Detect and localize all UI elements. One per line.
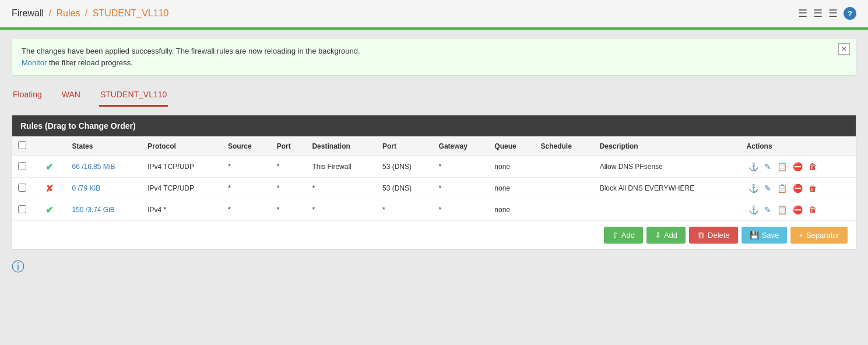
col-actions: Actions	[741, 136, 856, 156]
row2-states[interactable]: 0 /79 KiB	[72, 184, 100, 192]
save-icon: 💾	[750, 231, 759, 240]
breadcrumb-sep1: /	[49, 8, 51, 18]
row3-states[interactable]: 150 /3.74 GiB	[72, 206, 114, 214]
col-source-port: Port	[271, 136, 307, 156]
breadcrumb-active: STUDENT_VL110	[93, 8, 169, 18]
row3-gateway: *	[433, 199, 489, 221]
row1-copy-icon[interactable]: 📋	[775, 161, 789, 172]
alert-message: The changes have been applied successful…	[22, 47, 360, 55]
row1-gateway: *	[433, 156, 489, 178]
row3-schedule	[535, 199, 593, 221]
row3-source-port: *	[271, 199, 307, 221]
main-content: The changes have been applied successful…	[0, 30, 868, 284]
separator-icon: +	[799, 231, 803, 240]
breadcrumb: Firewall / Rules / STUDENT_VL110	[12, 8, 168, 19]
select-all-checkbox[interactable]	[18, 141, 26, 149]
row1-dest-port: 53 (DNS)	[377, 156, 433, 178]
top-icons: ☰ ☰ ☰ ?	[798, 7, 856, 20]
col-source: Source	[222, 136, 271, 156]
breadcrumb-sep2: /	[85, 8, 87, 18]
alert-monitor-link[interactable]: Monitor	[22, 58, 47, 67]
add-down-icon: ⇩	[655, 231, 661, 240]
row3-anchor-icon[interactable]: ⚓	[747, 204, 760, 216]
row3-copy-icon[interactable]: 📋	[775, 204, 789, 216]
save-button[interactable]: 💾 Save	[742, 227, 788, 244]
row3-queue: none	[489, 199, 535, 221]
row2-checkbox[interactable]	[18, 184, 26, 192]
row3-status: ✔	[45, 205, 53, 215]
add-up-button[interactable]: ⇧ Add	[604, 227, 643, 244]
row2-status: ✘	[45, 184, 53, 193]
row1-checkbox[interactable]	[18, 162, 26, 170]
table-row: ✔ 66 /16.85 MiB IPv4 TCP/UDP * * This Fi…	[12, 156, 856, 178]
row1-schedule	[535, 156, 593, 178]
row1-destination: This Firewall	[306, 156, 377, 178]
breadcrumb-firewall: Firewall	[12, 8, 44, 18]
tab-wan[interactable]: WAN	[61, 85, 82, 107]
row2-copy-icon[interactable]: 📋	[775, 182, 789, 194]
col-schedule: Schedule	[535, 136, 593, 156]
row2-source: *	[222, 178, 271, 199]
row3-dest-port: *	[377, 199, 433, 221]
tab-floating[interactable]: Floating	[12, 85, 43, 107]
rules-table-wrapper: Rules (Drag to Change Order) States Prot…	[12, 115, 856, 250]
col-protocol: Protocol	[142, 136, 222, 156]
breadcrumb-rules[interactable]: Rules	[56, 8, 80, 18]
row3-delete-icon[interactable]: 🗑	[807, 204, 818, 216]
row2-schedule	[535, 178, 593, 199]
row2-edit-icon[interactable]: ✎	[762, 182, 773, 194]
row3-source: *	[222, 199, 271, 221]
col-gateway: Gateway	[433, 136, 489, 156]
row1-queue: none	[489, 156, 535, 178]
list-icon[interactable]: ☰	[798, 7, 807, 20]
add-down-button[interactable]: ⇩ Add	[646, 227, 686, 244]
help-icon[interactable]: ?	[844, 7, 856, 20]
col-dest-port: Port	[377, 136, 433, 156]
row1-states[interactable]: 66 /16.85 MiB	[72, 163, 115, 171]
table-row: ✘ 0 /79 KiB IPv4 TCP/UDP * * * 53 (DNS) …	[12, 178, 856, 199]
col-queue: Queue	[489, 136, 535, 156]
row1-source-port: *	[271, 156, 307, 178]
alert-close-button[interactable]: ✕	[838, 43, 850, 55]
tabs: Floating WAN STUDENT_VL110	[12, 85, 856, 107]
top-bar: Firewall / Rules / STUDENT_VL110 ☰ ☰ ☰ ?	[0, 0, 868, 30]
delete-icon: 🗑	[697, 231, 705, 240]
table-row: ✔ 150 /3.74 GiB IPv4 * * * * * * none ⚓ …	[12, 199, 856, 221]
table-icon[interactable]: ☰	[828, 7, 838, 20]
row3-edit-icon[interactable]: ✎	[762, 204, 773, 216]
info-icon[interactable]: ⓘ	[12, 258, 856, 276]
row3-actions: ⚓ ✎ 📋 ⛔ 🗑	[747, 204, 850, 216]
row2-delete-icon[interactable]: 🗑	[807, 182, 818, 194]
add-up-icon: ⇧	[612, 231, 619, 240]
row3-checkbox[interactable]	[18, 205, 26, 213]
row2-source-port: *	[271, 178, 307, 199]
footer-actions: ⇧ Add ⇩ Add 🗑 Delete 💾 Save + Separator	[12, 220, 856, 249]
row2-destination: *	[306, 178, 377, 199]
row3-destination: *	[306, 199, 377, 221]
col-checkbox	[12, 136, 40, 156]
alert-link-suffix: the filter reload progress.	[47, 58, 132, 67]
row2-disable-icon[interactable]: ⛔	[791, 182, 804, 194]
row3-protocol: IPv4 *	[142, 199, 222, 221]
col-status	[40, 136, 66, 156]
tab-student-vl110[interactable]: STUDENT_VL110	[99, 85, 168, 107]
delete-button[interactable]: 🗑 Delete	[689, 227, 738, 244]
row3-disable-icon[interactable]: ⛔	[791, 204, 804, 216]
row1-source: *	[222, 156, 271, 178]
row1-delete-icon[interactable]: 🗑	[807, 161, 818, 172]
row3-description	[594, 199, 741, 221]
row2-anchor-icon[interactable]: ⚓	[747, 182, 760, 194]
row2-protocol: IPv4 TCP/UDP	[142, 178, 222, 199]
row1-edit-icon[interactable]: ✎	[762, 161, 773, 172]
alert-banner: The changes have been applied successful…	[12, 38, 856, 76]
row1-description: Allow DNS PFsense	[594, 156, 741, 178]
chart-icon[interactable]: ☰	[813, 7, 823, 20]
col-description: Description	[594, 136, 741, 156]
row2-dest-port: 53 (DNS)	[377, 178, 433, 199]
rules-table: States Protocol Source Port Destination …	[12, 136, 856, 220]
row1-actions: ⚓ ✎ 📋 ⛔ 🗑	[747, 161, 850, 172]
row1-protocol: IPv4 TCP/UDP	[142, 156, 222, 178]
row1-anchor-icon[interactable]: ⚓	[747, 161, 760, 172]
separator-button[interactable]: + Separator	[790, 227, 848, 244]
row1-disable-icon[interactable]: ⛔	[791, 161, 804, 172]
